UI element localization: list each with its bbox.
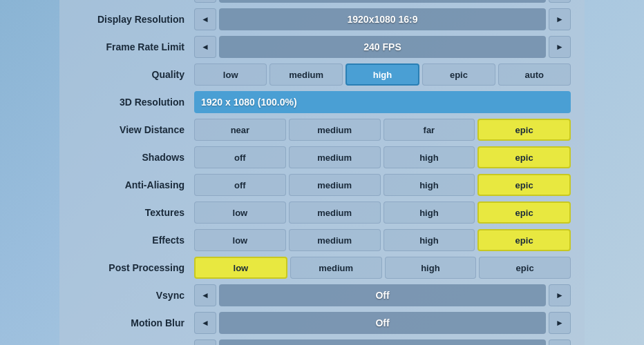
controls-vsync: ◄Off► xyxy=(194,284,571,306)
option-effects-medium[interactable]: medium xyxy=(289,229,381,251)
label-vsync: Vsync xyxy=(73,290,194,301)
option-textures-epic[interactable]: epic xyxy=(477,201,571,224)
option-anti-aliasing-high[interactable]: high xyxy=(383,174,475,196)
controls-frame-rate-limit: ◄240 FPS► xyxy=(194,36,571,58)
settings-panel: Window Mode◄Fullscreen►Display Resolutio… xyxy=(59,0,585,345)
option-shadows-high[interactable]: high xyxy=(383,146,475,168)
arrow-right-show-fps[interactable]: ► xyxy=(549,339,571,345)
option-view-distance-near[interactable]: near xyxy=(194,119,286,141)
option-anti-aliasing-epic[interactable]: epic xyxy=(477,174,571,196)
controls-display-resolution: ◄1920x1080 16:9► xyxy=(194,8,571,30)
arrow-left-motion-blur[interactable]: ◄ xyxy=(194,312,216,334)
label-motion-blur: Motion Blur xyxy=(73,317,194,328)
controls-window-mode: ◄Fullscreen► xyxy=(194,0,571,3)
option-shadows-off[interactable]: off xyxy=(194,146,286,168)
option-view-distance-medium[interactable]: medium xyxy=(289,119,381,141)
option-quality-auto[interactable]: auto xyxy=(498,63,571,86)
option-shadows-epic[interactable]: epic xyxy=(477,146,571,168)
controls-3d-resolution: 1920 x 1080 (100.0%) xyxy=(194,91,571,113)
option-post-processing-low[interactable]: low xyxy=(194,257,287,279)
row-quality: Qualitylowmediumhighepicauto xyxy=(73,62,571,87)
option-textures-medium[interactable]: medium xyxy=(289,201,381,224)
arrow-right-motion-blur[interactable]: ► xyxy=(549,312,571,334)
arrow-left-display-resolution[interactable]: ◄ xyxy=(194,8,216,30)
option-group-textures: lowmediumhighepic xyxy=(194,201,571,224)
option-shadows-medium[interactable]: medium xyxy=(289,146,381,168)
arrow-left-vsync[interactable]: ◄ xyxy=(194,284,216,306)
option-effects-low[interactable]: low xyxy=(194,229,286,251)
controls-motion-blur: ◄Off► xyxy=(194,312,571,334)
row-post-processing: Post Processinglowmediumhighepic xyxy=(73,255,571,280)
option-group-view-distance: nearmediumfarepic xyxy=(194,119,571,141)
option-post-processing-medium[interactable]: medium xyxy=(290,257,382,279)
slider-value-frame-rate-limit: 240 FPS xyxy=(219,36,546,58)
option-textures-low[interactable]: low xyxy=(194,201,286,224)
label-post-processing: Post Processing xyxy=(73,262,194,273)
row-window-mode: Window Mode◄Fullscreen► xyxy=(73,0,571,4)
option-post-processing-epic[interactable]: epic xyxy=(479,257,571,279)
row-textures: Textureslowmediumhighepic xyxy=(73,200,571,225)
option-group-anti-aliasing: offmediumhighepic xyxy=(194,174,571,196)
row-shadows: Shadowsoffmediumhighepic xyxy=(73,145,571,170)
arrow-right-frame-rate-limit[interactable]: ► xyxy=(549,36,571,58)
label-frame-rate-limit: Frame Rate Limit xyxy=(73,41,194,52)
option-quality-medium[interactable]: medium xyxy=(269,63,342,86)
option-view-distance-epic[interactable]: epic xyxy=(477,119,571,141)
option-group-quality: lowmediumhighepicauto xyxy=(194,63,571,86)
arrow-right-vsync[interactable]: ► xyxy=(549,284,571,306)
arrow-left-window-mode[interactable]: ◄ xyxy=(194,0,216,3)
row-3d-resolution: 3D Resolution1920 x 1080 (100.0%) xyxy=(73,90,571,115)
option-anti-aliasing-off[interactable]: off xyxy=(194,174,286,196)
slider-value-window-mode: Fullscreen xyxy=(219,0,546,3)
controls-view-distance: nearmediumfarepic xyxy=(194,119,571,141)
slider-value-display-resolution: 1920x1080 16:9 xyxy=(219,8,546,30)
label-textures: Textures xyxy=(73,207,194,218)
option-group-post-processing: lowmediumhighepic xyxy=(194,257,571,279)
slider-value-motion-blur: Off xyxy=(219,312,546,334)
arrow-right-display-resolution[interactable]: ► xyxy=(549,8,571,30)
controls-textures: lowmediumhighepic xyxy=(194,201,571,224)
row-display-resolution: Display Resolution◄1920x1080 16:9► xyxy=(73,7,571,32)
label-view-distance: View Distance xyxy=(73,124,194,135)
controls-show-fps: ◄On► xyxy=(194,339,571,345)
option-post-processing-high[interactable]: high xyxy=(385,257,477,279)
row-frame-rate-limit: Frame Rate Limit◄240 FPS► xyxy=(73,34,571,59)
option-effects-high[interactable]: high xyxy=(383,229,475,251)
label-display-resolution: Display Resolution xyxy=(73,14,194,25)
slider-value-vsync: Off xyxy=(219,284,546,306)
option-quality-epic[interactable]: epic xyxy=(422,63,495,86)
row-vsync: Vsync◄Off► xyxy=(73,283,571,308)
label-quality: Quality xyxy=(73,69,194,80)
row-view-distance: View Distancenearmediumfarepic xyxy=(73,117,571,142)
option-group-effects: lowmediumhighepic xyxy=(194,229,571,251)
controls-anti-aliasing: offmediumhighepic xyxy=(194,174,571,196)
arrow-left-show-fps[interactable]: ◄ xyxy=(194,339,216,345)
arrow-left-frame-rate-limit[interactable]: ◄ xyxy=(194,36,216,58)
label-shadows: Shadows xyxy=(73,152,194,163)
controls-shadows: offmediumhighepic xyxy=(194,146,571,168)
slider-value-show-fps: On xyxy=(219,339,546,345)
controls-effects: lowmediumhighepic xyxy=(194,229,571,251)
option-group-shadows: offmediumhighepic xyxy=(194,146,571,168)
controls-post-processing: lowmediumhighepic xyxy=(194,257,571,279)
arrow-right-window-mode[interactable]: ► xyxy=(549,0,571,3)
label-anti-aliasing: Anti-Aliasing xyxy=(73,179,194,190)
row-motion-blur: Motion Blur◄Off► xyxy=(73,310,571,335)
option-anti-aliasing-medium[interactable]: medium xyxy=(289,174,381,196)
option-effects-epic[interactable]: epic xyxy=(477,229,571,251)
resolution-bar-3d-resolution: 1920 x 1080 (100.0%) xyxy=(194,91,571,113)
row-anti-aliasing: Anti-Aliasingoffmediumhighepic xyxy=(73,172,571,197)
option-quality-low[interactable]: low xyxy=(194,63,267,86)
row-effects: Effectslowmediumhighepic xyxy=(73,228,571,253)
option-view-distance-far[interactable]: far xyxy=(383,119,475,141)
label-3d-resolution: 3D Resolution xyxy=(73,97,194,108)
label-effects: Effects xyxy=(73,235,194,246)
option-quality-high[interactable]: high xyxy=(345,63,419,86)
option-textures-high[interactable]: high xyxy=(383,201,475,224)
row-show-fps: Show FPS◄On► xyxy=(73,338,571,345)
controls-quality: lowmediumhighepicauto xyxy=(194,63,571,86)
